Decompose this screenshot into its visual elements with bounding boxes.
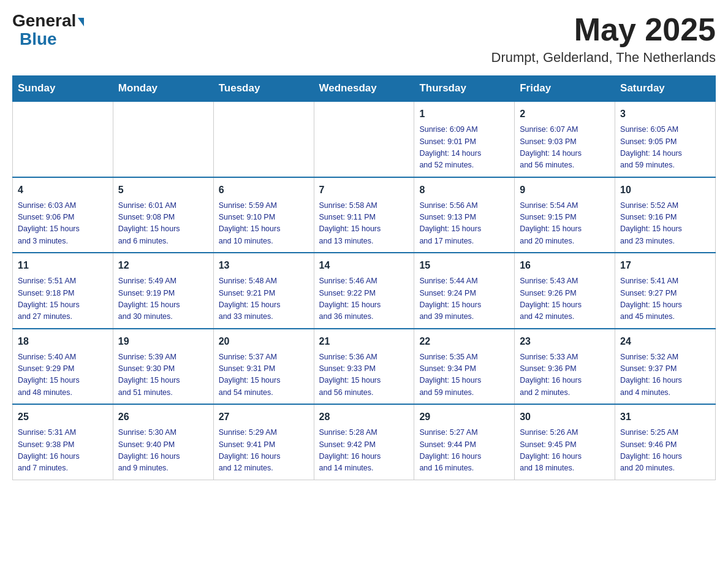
day-info: Sunrise: 6:09 AM Sunset: 9:01 PM Dayligh… [419, 124, 509, 172]
header-thursday: Thursday [414, 76, 515, 102]
day-info: Sunrise: 5:44 AM Sunset: 9:24 PM Dayligh… [419, 275, 509, 323]
header-wednesday: Wednesday [314, 76, 414, 102]
day-info: Sunrise: 5:52 AM Sunset: 9:16 PM Dayligh… [620, 200, 710, 248]
day-cell-30: 30Sunrise: 5:26 AM Sunset: 9:45 PM Dayli… [515, 404, 615, 480]
day-info: Sunrise: 5:43 AM Sunset: 9:26 PM Dayligh… [520, 275, 610, 323]
day-info: Sunrise: 5:27 AM Sunset: 9:44 PM Dayligh… [419, 427, 509, 475]
page-subtitle: Drumpt, Gelderland, The Netherlands [491, 50, 716, 66]
day-number: 30 [520, 410, 610, 424]
day-number: 5 [118, 183, 208, 197]
day-cell-13: 13Sunrise: 5:48 AM Sunset: 9:21 PM Dayli… [213, 253, 314, 329]
day-info: Sunrise: 5:41 AM Sunset: 9:27 PM Dayligh… [620, 275, 710, 323]
day-number: 24 [620, 334, 710, 349]
day-cell-7: 7Sunrise: 5:58 AM Sunset: 9:11 PM Daylig… [314, 177, 414, 253]
day-number: 25 [18, 410, 108, 424]
day-number: 11 [18, 258, 108, 273]
day-cell-15: 15Sunrise: 5:44 AM Sunset: 9:24 PM Dayli… [414, 253, 515, 329]
logo: General Blue [12, 12, 84, 49]
logo-general-text: General [12, 12, 84, 29]
header-tuesday: Tuesday [213, 76, 314, 102]
day-info: Sunrise: 5:51 AM Sunset: 9:18 PM Dayligh… [18, 275, 108, 323]
header-saturday: Saturday [615, 76, 716, 102]
day-cell-17: 17Sunrise: 5:41 AM Sunset: 9:27 PM Dayli… [615, 253, 716, 329]
day-info: Sunrise: 5:32 AM Sunset: 9:37 PM Dayligh… [620, 351, 710, 399]
day-info: Sunrise: 6:05 AM Sunset: 9:05 PM Dayligh… [620, 124, 710, 172]
day-number: 21 [319, 334, 409, 349]
day-cell-25: 25Sunrise: 5:31 AM Sunset: 9:38 PM Dayli… [13, 404, 113, 480]
day-number: 18 [18, 334, 108, 349]
day-number: 17 [620, 258, 710, 273]
day-cell-16: 16Sunrise: 5:43 AM Sunset: 9:26 PM Dayli… [515, 253, 615, 329]
day-cell-empty [113, 101, 213, 177]
day-cell-2: 2Sunrise: 6:07 AM Sunset: 9:03 PM Daylig… [515, 101, 615, 177]
day-cell-27: 27Sunrise: 5:29 AM Sunset: 9:41 PM Dayli… [213, 404, 314, 480]
day-number: 15 [419, 258, 509, 273]
day-info: Sunrise: 5:54 AM Sunset: 9:15 PM Dayligh… [520, 200, 610, 248]
week-row-1: 1Sunrise: 6:09 AM Sunset: 9:01 PM Daylig… [13, 101, 716, 177]
header-sunday: Sunday [13, 76, 113, 102]
week-row-3: 11Sunrise: 5:51 AM Sunset: 9:18 PM Dayli… [13, 253, 716, 329]
day-cell-1: 1Sunrise: 6:09 AM Sunset: 9:01 PM Daylig… [414, 101, 515, 177]
day-cell-9: 9Sunrise: 5:54 AM Sunset: 9:15 PM Daylig… [515, 177, 615, 253]
day-number: 27 [219, 410, 309, 424]
day-number: 1 [419, 107, 509, 121]
day-cell-5: 5Sunrise: 6:01 AM Sunset: 9:08 PM Daylig… [113, 177, 213, 253]
day-number: 13 [219, 258, 309, 273]
day-number: 4 [18, 183, 108, 197]
day-cell-23: 23Sunrise: 5:33 AM Sunset: 9:36 PM Dayli… [515, 329, 615, 405]
day-cell-3: 3Sunrise: 6:05 AM Sunset: 9:05 PM Daylig… [615, 101, 716, 177]
day-number: 29 [419, 410, 509, 424]
day-cell-22: 22Sunrise: 5:35 AM Sunset: 9:34 PM Dayli… [414, 329, 515, 405]
day-info: Sunrise: 5:36 AM Sunset: 9:33 PM Dayligh… [319, 351, 409, 399]
day-cell-12: 12Sunrise: 5:49 AM Sunset: 9:19 PM Dayli… [113, 253, 213, 329]
page-title: May 2025 [491, 12, 716, 47]
title-block: May 2025 Drumpt, Gelderland, The Netherl… [491, 12, 716, 66]
day-cell-empty [314, 101, 414, 177]
day-cell-26: 26Sunrise: 5:30 AM Sunset: 9:40 PM Dayli… [113, 404, 213, 480]
week-row-2: 4Sunrise: 6:03 AM Sunset: 9:06 PM Daylig… [13, 177, 716, 253]
day-cell-14: 14Sunrise: 5:46 AM Sunset: 9:22 PM Dayli… [314, 253, 414, 329]
day-info: Sunrise: 6:03 AM Sunset: 9:06 PM Dayligh… [18, 200, 108, 248]
day-cell-18: 18Sunrise: 5:40 AM Sunset: 9:29 PM Dayli… [13, 329, 113, 405]
calendar-header-row: SundayMondayTuesdayWednesdayThursdayFrid… [13, 76, 716, 102]
day-cell-21: 21Sunrise: 5:36 AM Sunset: 9:33 PM Dayli… [314, 329, 414, 405]
day-info: Sunrise: 5:30 AM Sunset: 9:40 PM Dayligh… [118, 427, 208, 475]
day-number: 22 [419, 334, 509, 349]
day-info: Sunrise: 5:48 AM Sunset: 9:21 PM Dayligh… [219, 275, 309, 323]
day-number: 8 [419, 183, 509, 197]
day-number: 31 [620, 410, 710, 424]
day-info: Sunrise: 5:56 AM Sunset: 9:13 PM Dayligh… [419, 200, 509, 248]
day-number: 2 [520, 107, 610, 121]
day-info: Sunrise: 5:25 AM Sunset: 9:46 PM Dayligh… [620, 427, 710, 475]
day-cell-31: 31Sunrise: 5:25 AM Sunset: 9:46 PM Dayli… [615, 404, 716, 480]
day-info: Sunrise: 5:28 AM Sunset: 9:42 PM Dayligh… [319, 427, 409, 475]
day-cell-4: 4Sunrise: 6:03 AM Sunset: 9:06 PM Daylig… [13, 177, 113, 253]
day-number: 14 [319, 258, 409, 273]
day-number: 16 [520, 258, 610, 273]
day-info: Sunrise: 5:39 AM Sunset: 9:30 PM Dayligh… [118, 351, 208, 399]
day-cell-8: 8Sunrise: 5:56 AM Sunset: 9:13 PM Daylig… [414, 177, 515, 253]
day-info: Sunrise: 5:58 AM Sunset: 9:11 PM Dayligh… [319, 200, 409, 248]
page-header: General Blue May 2025 Drumpt, Gelderland… [12, 12, 716, 66]
day-info: Sunrise: 5:31 AM Sunset: 9:38 PM Dayligh… [18, 427, 108, 475]
day-info: Sunrise: 5:37 AM Sunset: 9:31 PM Dayligh… [219, 351, 309, 399]
day-number: 6 [219, 183, 309, 197]
day-cell-6: 6Sunrise: 5:59 AM Sunset: 9:10 PM Daylig… [213, 177, 314, 253]
day-cell-empty [213, 101, 314, 177]
day-info: Sunrise: 5:49 AM Sunset: 9:19 PM Dayligh… [118, 275, 208, 323]
day-cell-19: 19Sunrise: 5:39 AM Sunset: 9:30 PM Dayli… [113, 329, 213, 405]
day-info: Sunrise: 5:59 AM Sunset: 9:10 PM Dayligh… [219, 200, 309, 248]
day-number: 10 [620, 183, 710, 197]
day-info: Sunrise: 5:40 AM Sunset: 9:29 PM Dayligh… [18, 351, 108, 399]
header-friday: Friday [515, 76, 615, 102]
day-number: 28 [319, 410, 409, 424]
day-info: Sunrise: 5:46 AM Sunset: 9:22 PM Dayligh… [319, 275, 409, 323]
day-number: 9 [520, 183, 610, 197]
day-number: 7 [319, 183, 409, 197]
day-number: 26 [118, 410, 208, 424]
day-cell-24: 24Sunrise: 5:32 AM Sunset: 9:37 PM Dayli… [615, 329, 716, 405]
day-cell-20: 20Sunrise: 5:37 AM Sunset: 9:31 PM Dayli… [213, 329, 314, 405]
day-number: 23 [520, 334, 610, 349]
day-number: 3 [620, 107, 710, 121]
day-info: Sunrise: 6:01 AM Sunset: 9:08 PM Dayligh… [118, 200, 208, 248]
